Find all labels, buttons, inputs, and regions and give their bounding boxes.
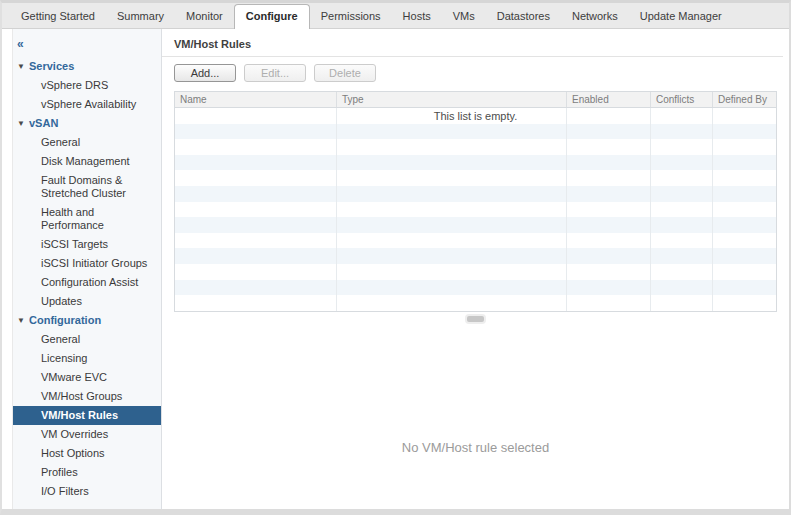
- page-title: VM/Host Rules: [162, 29, 783, 57]
- sidebar-item-updates[interactable]: Updates: [13, 292, 161, 311]
- sidebar-section-services[interactable]: ▼Services: [13, 57, 161, 76]
- app-body: « ▼ServicesvSphere DRSvSphere Availabili…: [2, 29, 789, 509]
- table-cell: [337, 155, 567, 171]
- sidebar-item-general[interactable]: General: [13, 133, 161, 152]
- sidebar-item-iscsi-initiator-groups[interactable]: iSCSI Initiator Groups: [13, 254, 161, 273]
- table-cell: [567, 139, 651, 155]
- table-cell: [175, 217, 337, 233]
- tab-datastores[interactable]: Datastores: [486, 5, 561, 28]
- tab-permissions[interactable]: Permissions: [310, 5, 392, 28]
- app-window: Getting StartedSummaryMonitorConfigurePe…: [0, 0, 791, 515]
- table-cell: [567, 248, 651, 264]
- sidebar-section-label: Services: [29, 60, 74, 72]
- tab-update-manager[interactable]: Update Manager: [629, 5, 733, 28]
- table-cell: [651, 280, 713, 296]
- add-button[interactable]: Add...: [174, 64, 236, 82]
- table-cell: [567, 295, 651, 311]
- edit-button: Edit...: [244, 64, 306, 82]
- tab-monitor[interactable]: Monitor: [175, 5, 234, 28]
- table-cell: [567, 233, 651, 249]
- table-cell: [337, 248, 567, 264]
- column-header-type[interactable]: Type: [337, 92, 567, 107]
- table-cell: [337, 139, 567, 155]
- table-cell: [651, 264, 713, 280]
- table-cell: [713, 295, 776, 311]
- table-cell: [713, 155, 776, 171]
- column-header-name[interactable]: Name: [175, 92, 337, 107]
- sidebar-item-licensing[interactable]: Licensing: [13, 349, 161, 368]
- table-cell: [337, 233, 567, 249]
- table-cell: [567, 155, 651, 171]
- table-cell: [651, 186, 713, 202]
- sidebar-item-disk-management[interactable]: Disk Management: [13, 152, 161, 171]
- sidebar-nav: « ▼ServicesvSphere DRSvSphere Availabili…: [12, 29, 162, 509]
- table-cell: [567, 280, 651, 296]
- tab-getting-started[interactable]: Getting Started: [10, 5, 106, 28]
- empty-list-message: This list is empty.: [175, 110, 776, 122]
- sidebar-item-profiles[interactable]: Profiles: [13, 463, 161, 482]
- rules-table: NameTypeEnabledConflictsDefined By This …: [174, 91, 777, 312]
- sidebar-item-fault-domains-stretched-cluster[interactable]: Fault Domains & Stretched Cluster: [13, 171, 161, 203]
- table-cell: [337, 295, 567, 311]
- table-cell: [175, 186, 337, 202]
- table-cell: [567, 170, 651, 186]
- table-cell: [713, 217, 776, 233]
- table-body: This list is empty.: [175, 108, 776, 311]
- table-cell: [713, 280, 776, 296]
- sidebar-item-host-options[interactable]: Host Options: [13, 444, 161, 463]
- sidebar-section-label: Configuration: [29, 314, 101, 326]
- collapse-sidebar-icon[interactable]: «: [13, 35, 161, 57]
- tab-summary[interactable]: Summary: [106, 5, 175, 28]
- table-cell: [713, 248, 776, 264]
- table-cell: [337, 264, 567, 280]
- sidebar-item-configuration-assist[interactable]: Configuration Assist: [13, 273, 161, 292]
- sidebar-item-vsphere-availability[interactable]: vSphere Availability: [13, 95, 161, 114]
- tab-vms[interactable]: VMs: [442, 5, 486, 28]
- table-cell: [175, 248, 337, 264]
- table-row: [175, 139, 776, 155]
- sidebar-item-iscsi-targets[interactable]: iSCSI Targets: [13, 235, 161, 254]
- sidebar-item-general[interactable]: General: [13, 330, 161, 349]
- column-header-enabled[interactable]: Enabled: [567, 92, 651, 107]
- table-row: [175, 217, 776, 233]
- splitter-row: [174, 312, 777, 322]
- column-header-conflicts[interactable]: Conflicts: [651, 92, 713, 107]
- sidebar-item-i-o-filters[interactable]: I/O Filters: [13, 482, 161, 501]
- table-cell: [651, 233, 713, 249]
- toolbar: Add... Edit... Delete: [174, 64, 789, 82]
- tab-configure[interactable]: Configure: [234, 4, 310, 29]
- tab-networks[interactable]: Networks: [561, 5, 629, 28]
- sidebar-item-vmware-evc[interactable]: VMware EVC: [13, 368, 161, 387]
- sidebar-item-vm-host-groups[interactable]: VM/Host Groups: [13, 387, 161, 406]
- splitter-grip-handle[interactable]: [467, 316, 484, 322]
- table-cell: [567, 186, 651, 202]
- sidebar-item-vsphere-drs[interactable]: vSphere DRS: [13, 76, 161, 95]
- table-cell: [651, 217, 713, 233]
- table-cell: [337, 124, 567, 140]
- table-cell: [567, 264, 651, 280]
- column-header-defined-by[interactable]: Defined By: [713, 92, 776, 107]
- table-cell: [567, 202, 651, 218]
- sidebar-section-vsan[interactable]: ▼vSAN: [13, 114, 161, 133]
- table-cell: [337, 202, 567, 218]
- table-row: [175, 248, 776, 264]
- table-cell: [175, 202, 337, 218]
- sidebar-item-vm-host-rules[interactable]: VM/Host Rules: [13, 406, 161, 425]
- delete-button: Delete: [314, 64, 376, 82]
- table-row: [175, 264, 776, 280]
- table-row: [175, 170, 776, 186]
- table-cell: [567, 217, 651, 233]
- sidebar-section-configuration[interactable]: ▼Configuration: [13, 311, 161, 330]
- table-cell: [713, 186, 776, 202]
- table-row: [175, 124, 776, 140]
- table-cell: [651, 248, 713, 264]
- table-cell: [651, 170, 713, 186]
- tab-bar: Getting StartedSummaryMonitorConfigurePe…: [2, 3, 789, 29]
- table-row: [175, 186, 776, 202]
- sidebar-item-vm-overrides[interactable]: VM Overrides: [13, 425, 161, 444]
- sidebar-item-health-and-performance[interactable]: Health and Performance: [13, 203, 161, 235]
- tab-hosts[interactable]: Hosts: [392, 5, 442, 28]
- sidebar-section-label: vSAN: [29, 117, 58, 129]
- table-cell: [175, 124, 337, 140]
- table-cell: [713, 139, 776, 155]
